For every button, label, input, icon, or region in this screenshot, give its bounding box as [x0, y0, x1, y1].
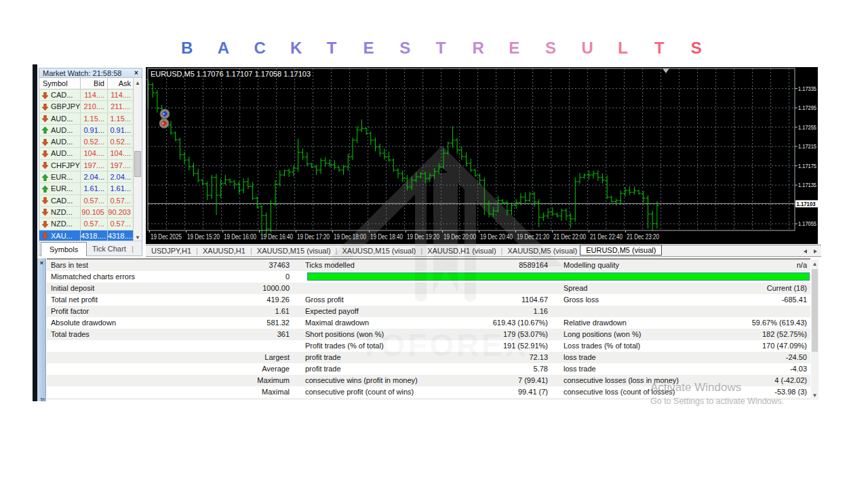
banner-letter: S	[691, 39, 728, 58]
svg-text:21 Dec 23:20: 21 Dec 23:20	[627, 233, 659, 241]
report-label-1: Bars in test	[51, 260, 88, 271]
scroll-up-icon[interactable]: ▲	[811, 260, 818, 268]
market-watch-row[interactable]: EUR...2.04...2.04...	[39, 171, 142, 183]
market-watch-row[interactable]: CHFJPY197....197....	[39, 160, 142, 171]
report-row[interactable]: Total net profit419.26Gross profit1104.6…	[47, 294, 810, 306]
bid-cell: 0.91...	[81, 125, 104, 136]
svg-text:19 Dec 18:00: 19 Dec 18:00	[334, 233, 366, 241]
report-label-2: Expected payoff	[305, 306, 359, 317]
chart-tab[interactable]: XAUUSD,H1	[203, 247, 245, 255]
report-label-1: Total trades	[51, 329, 90, 340]
ask-cell: 2.04...	[108, 171, 131, 183]
svg-text:19 Dec 18:40: 19 Dec 18:40	[370, 233, 403, 241]
market-watch-row[interactable]: NZD...0.57...0.57...	[39, 218, 142, 230]
market-watch-row[interactable]: NZD...90.10590.203	[39, 207, 142, 218]
chart-tab[interactable]: XAUUSD,H1 (visual)	[427, 247, 496, 255]
report-label-1: Profit factor	[51, 306, 89, 317]
report-value-1: 1.61	[115, 306, 290, 317]
chart-tab[interactable]: EURUSD,M5 (visual)	[580, 245, 662, 256]
report-value-3: Current (18)	[644, 283, 807, 294]
report-row[interactable]: Averageconsecutive wins2consecutive loss…	[47, 398, 810, 400]
report-value-2: 72.13	[386, 352, 548, 363]
svg-text:19 Dec 20:40: 19 Dec 20:40	[480, 233, 513, 241]
report-row[interactable]: Absolute drawdown581.32Maximal drawdown6…	[47, 317, 810, 329]
svg-text:1.17255: 1.17255	[798, 123, 816, 131]
ask-cell: 114....	[108, 89, 131, 101]
report-value-3: -4.03	[644, 363, 807, 375]
report-value-2: 179 (53.07%)	[386, 329, 548, 340]
banner-letter: L	[618, 39, 654, 58]
tab-symbols[interactable]: Symbols	[41, 242, 87, 256]
report-row[interactable]: Profit factor1.61Expected payoff1.16	[47, 306, 810, 317]
report-row[interactable]: Initial deposit1000.00SpreadCurrent (18)	[47, 283, 810, 294]
column-header-symbol[interactable]: Symbol	[43, 78, 78, 89]
scroll-down-icon[interactable]: ▼	[811, 391, 818, 400]
report-scrollbar[interactable]: ▲ ▼	[811, 260, 818, 400]
close-icon[interactable]: ×	[133, 68, 140, 78]
report-value-1: Maximum	[115, 375, 290, 386]
report-value-2: 8589164	[386, 260, 548, 271]
tab-scroll-right-icon[interactable]	[814, 249, 817, 253]
backtest-report-table: Bars in test37463Ticks modelled8589164Mo…	[47, 258, 810, 400]
report-row[interactable]: Averageprofit trade5.78loss trade-4.03	[47, 363, 810, 375]
svg-text:EURUSD,M5 1.17076 1.17107 1.1: EURUSD,M5 1.17076 1.17107 1.17058 1.1710…	[151, 70, 311, 78]
svg-text:1.17295: 1.17295	[798, 104, 816, 111]
market-watch-row[interactable]: AUD...0.52...0.52...	[39, 136, 142, 148]
tab-scroll-arrows[interactable]	[802, 249, 818, 255]
banner-letter: T	[654, 39, 691, 58]
report-label-3: loss trade	[564, 352, 596, 363]
chart-tab[interactable]: USDJPY,H1	[151, 247, 191, 255]
market-watch-title: Market Watch: 21:58:58	[43, 69, 121, 77]
report-value-2: 619.43 (10.67%)	[386, 317, 548, 329]
report-row[interactable]: Maximumconsecutive wins (profit in money…	[47, 375, 810, 386]
market-watch-row[interactable]: AUD...0.91...0.91...	[39, 125, 142, 136]
svg-text:19 Dec 16:40: 19 Dec 16:40	[260, 233, 293, 241]
svg-text:1.17103: 1.17103	[797, 200, 816, 207]
svg-text:1.17335: 1.17335	[798, 85, 816, 92]
scrollbar-thumb[interactable]	[812, 269, 818, 352]
bid-cell: 210....	[81, 101, 104, 113]
market-watch-row[interactable]: EUR...1.61...1.61...	[39, 183, 142, 195]
report-label-2: Gross profit	[305, 294, 344, 306]
price-chart[interactable]: EURUSD,M5 1.17076 1.17107 1.17058 1.1710…	[146, 67, 818, 244]
banner-letter: K	[290, 39, 327, 58]
tester-close-icon[interactable]: ×	[37, 259, 46, 267]
report-row[interactable]: Profit trades (% of total)191 (52.91%)Lo…	[47, 340, 810, 352]
chart-tab[interactable]: XAUUSD,M15 (visual)	[342, 247, 416, 255]
market-watch-row[interactable]: AUD...104....104....	[39, 148, 142, 159]
report-value-1: 581.32	[115, 317, 290, 329]
ask-cell: 104....	[108, 148, 131, 159]
market-watch-row[interactable]: CAD...0.57...0.57...	[39, 195, 142, 207]
symbol-cell: GBPJPY	[51, 101, 79, 113]
report-row[interactable]: Maximalconsecutive profit (count of wins…	[47, 386, 810, 398]
window-edge-strip	[33, 64, 37, 401]
report-label-3: consecutive losses	[564, 398, 626, 400]
bid-cell: 104....	[81, 148, 104, 159]
symbol-cell: EUR...	[51, 183, 79, 195]
ask-cell: 0.57...	[108, 218, 131, 230]
chart-tab[interactable]: XAUUSD,M15 (visual)	[257, 247, 331, 255]
market-watch-row[interactable]: AUD...1.15...1.15...	[39, 113, 142, 125]
tab-scroll-left-icon[interactable]	[804, 249, 807, 253]
ask-cell: 211....	[108, 101, 131, 113]
chart-tab[interactable]: XAUUSD,M5 (visual)	[507, 247, 577, 255]
scroll-up-icon[interactable]: ▲	[134, 79, 142, 87]
tab-tick-chart[interactable]: Tick Chart	[92, 242, 126, 256]
column-header-ask[interactable]: Ask	[108, 78, 131, 89]
market-watch-scrollbar[interactable]: ▲ ▼	[133, 79, 142, 242]
report-row[interactable]: Largestprofit trade72.13loss trade-24.50	[47, 352, 810, 363]
report-value-2: 7 (99.41)	[386, 375, 548, 386]
report-row[interactable]: Bars in test37463Ticks modelled8589164Mo…	[47, 260, 810, 271]
market-watch-row[interactable]: CAD...114....114....	[39, 89, 142, 101]
market-watch-header: Symbol Bid Ask	[39, 78, 142, 89]
column-header-bid[interactable]: Bid	[81, 78, 104, 89]
svg-text:21 Dec 22:40: 21 Dec 22:40	[590, 233, 623, 241]
svg-text:1.17055: 1.17055	[798, 220, 816, 227]
report-value-2: 2	[386, 398, 548, 400]
market-watch-row[interactable]: GBPJPY210....211....	[39, 101, 142, 113]
symbol-cell: CAD...	[51, 89, 79, 101]
report-row[interactable]: Total trades361Short positions (won %)17…	[47, 329, 810, 340]
market-watch-panel: Market Watch: 21:58:58 × Symbol Bid Ask …	[39, 68, 142, 256]
report-row[interactable]: Mismatched charts errors0	[47, 271, 810, 283]
scrollbar-thumb[interactable]	[134, 151, 141, 177]
